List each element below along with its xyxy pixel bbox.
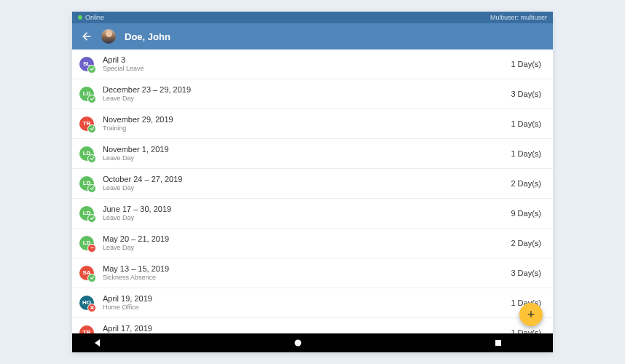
entry-days: 2 Day(s) [511, 239, 541, 248]
back-button[interactable] [81, 31, 93, 42]
online-dot-icon [78, 15, 82, 20]
entry-type-label: Sickness Absence [103, 274, 502, 282]
list-item[interactable]: HOApril 19, 2019Home Office1 Day(s) [72, 288, 553, 318]
entry-type-label: Leave Day [103, 154, 502, 163]
entry-days: 2 Day(s) [511, 179, 541, 188]
entry-text: June 17 – 30, 2019Leave Day [103, 204, 502, 223]
square-recent-icon [494, 339, 503, 347]
entry-type-label: Leave Day [103, 214, 502, 223]
status-badge-icon [87, 95, 96, 103]
entry-type-label: Training [103, 124, 502, 133]
circle-home-icon [294, 339, 302, 347]
entry-date: June 17 – 30, 2019 [103, 204, 502, 214]
list-item[interactable]: TRApril 17, 2019Training1 Day(s) [72, 318, 553, 333]
entry-date: April 19, 2019 [103, 293, 502, 304]
entry-type-icon: LD [79, 236, 94, 250]
entry-text: November 1, 2019Leave Day [103, 144, 502, 163]
entry-type-label: Leave Day [103, 184, 502, 193]
svg-point-7 [295, 340, 302, 347]
entry-type-icon: TR [79, 116, 94, 131]
triangle-back-icon [93, 339, 102, 347]
entry-type-icon: LD [79, 87, 94, 101]
entry-type-icon: SL [79, 57, 94, 71]
entry-type-icon: LD [79, 146, 94, 161]
entry-days: 3 Day(s) [511, 269, 541, 277]
svg-rect-8 [495, 340, 501, 346]
entry-type-label: Leave Day [103, 95, 502, 103]
app-window: Online Multiuser: multiuser Doe, John SL… [72, 12, 553, 352]
svg-marker-6 [95, 339, 100, 347]
entry-date: October 24 – 27, 2019 [103, 174, 502, 184]
add-button[interactable]: + [519, 303, 543, 326]
entry-days: 1 Day(s) [511, 149, 541, 158]
status-online: Online [78, 14, 104, 21]
status-badge-icon [87, 154, 96, 163]
nav-recent-button[interactable] [487, 339, 509, 347]
list-item[interactable]: LDMay 20 – 21, 2019Leave Day2 Day(s) [72, 229, 553, 258]
entry-date: April 3 [103, 55, 502, 65]
entry-date: December 23 – 29, 2019 [103, 84, 502, 95]
multiuser-label: Multiuser: multiuser [490, 14, 547, 21]
status-badge-icon [87, 65, 96, 74]
entry-days: 1 Day(s) [511, 60, 541, 68]
list-item[interactable]: LDOctober 24 – 27, 2019Leave Day2 Day(s) [72, 169, 553, 199]
list-item[interactable]: SLApril 3Special Leave1 Day(s) [72, 50, 553, 79]
list-item[interactable]: TRNovember 29, 2019Training1 Day(s) [72, 109, 553, 139]
entry-type-label: Home Office [103, 304, 502, 312]
entry-type-circle: TR [79, 325, 94, 333]
entry-text: May 13 – 15, 2019Sickness Absence [103, 264, 502, 282]
appbar: Doe, John [72, 23, 553, 50]
entry-text: October 24 – 27, 2019Leave Day [103, 174, 502, 193]
entry-type-label: Special Leave [103, 65, 502, 74]
entry-type-icon: SA [79, 266, 94, 280]
page-title: Doe, John [125, 31, 170, 42]
entry-type-icon: LD [79, 206, 94, 221]
list-item[interactable]: LDNovember 1, 2019Leave Day1 Day(s) [72, 139, 553, 169]
avatar [101, 29, 116, 44]
entry-text: April 17, 2019Training [103, 323, 502, 333]
statusbar: Online Multiuser: multiuser [72, 12, 553, 23]
list-wrapper: SLApril 3Special Leave1 Day(s)LDDecember… [72, 50, 553, 333]
entry-days: 1 Day(s) [511, 328, 541, 333]
entry-date: May 13 – 15, 2019 [103, 264, 502, 274]
entries-list[interactable]: SLApril 3Special Leave1 Day(s)LDDecember… [72, 50, 553, 333]
plus-icon: + [527, 307, 535, 323]
entry-days: 9 Day(s) [511, 209, 541, 218]
entry-text: November 29, 2019Training [103, 114, 502, 133]
status-badge-icon [87, 214, 96, 223]
entry-date: November 29, 2019 [103, 114, 502, 124]
entry-type-icon: TR [79, 325, 94, 333]
arrow-left-icon [81, 31, 93, 42]
entry-type-icon: LD [79, 176, 94, 191]
status-badge-icon [87, 184, 96, 193]
status-badge-icon [87, 304, 96, 312]
nav-home-button[interactable] [287, 339, 309, 347]
entry-date: April 17, 2019 [103, 323, 502, 333]
nav-back-button[interactable] [87, 339, 109, 347]
entry-type-label: Leave Day [103, 244, 502, 253]
entry-days: 1 Day(s) [511, 119, 541, 128]
status-badge-icon [87, 244, 96, 253]
status-badge-icon [87, 274, 96, 282]
entry-text: May 20 – 21, 2019Leave Day [103, 234, 502, 253]
entry-text: April 19, 2019Home Office [103, 293, 502, 312]
entry-text: April 3Special Leave [103, 55, 502, 74]
android-navbar [72, 333, 553, 352]
entry-days: 3 Day(s) [511, 90, 541, 98]
entry-text: December 23 – 29, 2019Leave Day [103, 84, 502, 103]
entry-date: November 1, 2019 [103, 144, 502, 154]
list-item[interactable]: SAMay 13 – 15, 2019Sickness Absence3 Day… [72, 258, 553, 288]
online-label: Online [85, 14, 104, 21]
entry-date: May 20 – 21, 2019 [103, 234, 502, 244]
list-item[interactable]: LDJune 17 – 30, 2019Leave Day9 Day(s) [72, 199, 553, 229]
list-item[interactable]: LDDecember 23 – 29, 2019Leave Day3 Day(s… [72, 79, 553, 109]
entry-type-icon: HO [79, 296, 94, 310]
status-badge-icon [87, 124, 96, 133]
